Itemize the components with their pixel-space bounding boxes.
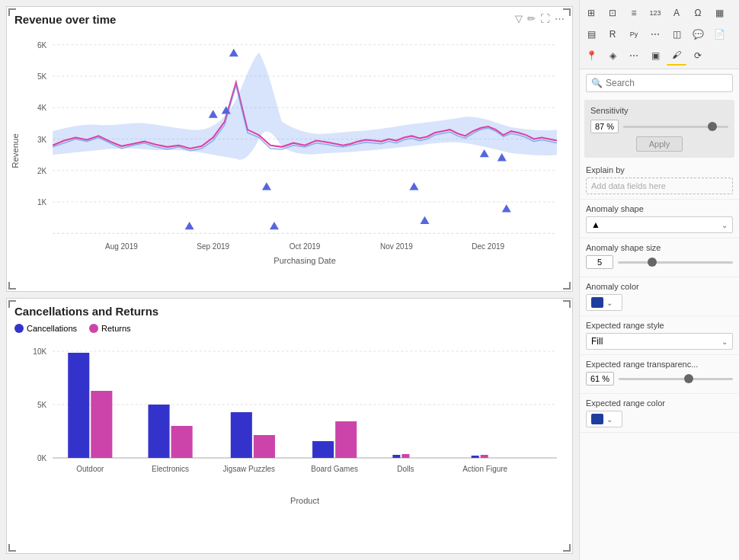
svg-text:Revenue: Revenue xyxy=(11,133,20,168)
svg-text:6K: 6K xyxy=(37,41,46,50)
tb-icon-123[interactable]: 123 xyxy=(645,3,665,23)
svg-marker-27 xyxy=(185,222,194,229)
expected-range-trans-value: 61 % xyxy=(586,372,614,386)
expected-range-trans-section: Expected range transparenc... 61 % xyxy=(580,355,739,394)
expected-range-style-dropdown[interactable]: Fill ⌄ xyxy=(586,333,733,350)
tb-icon-py[interactable]: Py xyxy=(624,24,644,44)
tb-icon-more2[interactable]: ⋯ xyxy=(624,46,644,66)
svg-marker-21 xyxy=(209,110,218,117)
anomaly-color-label: Anomaly color xyxy=(586,282,733,291)
line-chart-toolbar: ▽ ✏ ⛶ ⋯ xyxy=(515,13,565,24)
bar-corner-bl xyxy=(8,544,16,552)
explain-by-field[interactable]: Add data fields here xyxy=(586,178,733,194)
svg-text:10K: 10K xyxy=(33,347,46,356)
tb-icon-diamond[interactable]: ◈ xyxy=(603,46,622,66)
tb-icon-table[interactable]: ⊡ xyxy=(603,3,622,23)
tb-icon-paint[interactable]: 🖌 xyxy=(667,46,686,66)
expected-range-style-chevron: ⌄ xyxy=(721,338,728,346)
tb-icon-speech[interactable]: 💬 xyxy=(688,24,708,44)
svg-rect-54 xyxy=(481,455,488,458)
search-box[interactable]: 🔍 xyxy=(586,74,733,92)
edit-icon[interactable]: ✏ xyxy=(527,13,536,24)
tb-icon-grid[interactable]: ⊞ xyxy=(581,3,601,23)
explain-by-section: Explain by Add data fields here xyxy=(580,161,739,200)
svg-rect-39 xyxy=(91,391,112,458)
svg-text:0K: 0K xyxy=(37,454,47,462)
svg-text:1K: 1K xyxy=(37,198,46,206)
tb-icon-lines[interactable]: ▤ xyxy=(581,24,601,44)
svg-text:Jigsaw Puzzles: Jigsaw Puzzles xyxy=(223,465,275,473)
svg-rect-45 xyxy=(254,435,275,458)
left-panel: Revenue over time ▽ ✏ ⛶ ⋯ 6K 5K 4K 3K 2K… xyxy=(0,0,579,560)
line-chart-svg: 6K 5K 4K 3K 2K 1K Revenue Aug 2019 Sep 2… xyxy=(7,29,572,273)
svg-text:Action Figure: Action Figure xyxy=(462,465,507,473)
filter-icon[interactable]: ▽ xyxy=(515,13,523,24)
tb-icon-R[interactable]: R xyxy=(603,24,622,44)
legend-returns: Returns xyxy=(89,324,131,333)
svg-text:4K: 4K xyxy=(37,104,46,112)
right-panel: ⊞ ⊡ ≡ 123 A Ω ▦ ▤ R Py ⋯ ◫ 💬 📄 📍 ◈ ⋯ ▣ 🖌… xyxy=(579,0,739,560)
anomaly-shape-chevron: ⌄ xyxy=(721,221,728,229)
corner-br xyxy=(563,282,571,290)
svg-text:Oct 2019: Oct 2019 xyxy=(290,242,321,251)
svg-text:Electronics: Electronics xyxy=(152,465,189,473)
bar-corner-tr xyxy=(563,300,571,308)
sensitivity-slider[interactable] xyxy=(623,126,728,128)
tb-icon-pin[interactable]: 📍 xyxy=(581,46,601,66)
expected-range-trans-slider[interactable] xyxy=(619,378,733,380)
svg-text:Outdoor: Outdoor xyxy=(76,465,104,473)
anomaly-size-slider[interactable] xyxy=(618,261,733,264)
svg-text:Board Games: Board Games xyxy=(311,465,358,473)
legend-label-cancellations: Cancellations xyxy=(27,324,77,333)
expected-range-style-label: Expected range style xyxy=(586,321,733,330)
expand-icon[interactable]: ⛶ xyxy=(540,13,550,24)
anomaly-shape-section: Anomaly shape ▲ ⌄ xyxy=(580,200,739,238)
corner-tl xyxy=(8,8,16,16)
svg-text:Aug 2019: Aug 2019 xyxy=(105,242,138,251)
legend-dot-returns xyxy=(89,324,98,333)
explain-by-label: Explain by xyxy=(586,165,733,174)
tb-icon-dotgrid[interactable]: ▦ xyxy=(709,3,729,23)
tb-icon-list[interactable]: ≡ xyxy=(624,3,644,23)
svg-marker-30 xyxy=(502,204,511,212)
svg-rect-41 xyxy=(149,405,170,458)
svg-rect-53 xyxy=(472,456,479,458)
anomaly-color-swatch[interactable]: ⌄ xyxy=(586,294,622,311)
anomaly-shape-value: ▲ xyxy=(591,219,600,230)
anomaly-size-label: Anomaly shape size xyxy=(586,243,733,252)
svg-text:Purchasing Date: Purchasing Date xyxy=(274,255,336,264)
sensitivity-value: 87 % xyxy=(590,120,619,133)
svg-marker-26 xyxy=(497,153,507,161)
tb-icon-analytics[interactable]: ⟳ xyxy=(688,46,708,66)
svg-rect-42 xyxy=(171,426,193,458)
expected-range-style-value: Fill xyxy=(591,336,603,347)
tb-icon-more1[interactable]: ⋯ xyxy=(645,24,665,44)
tb-icon-omega[interactable]: Ω xyxy=(688,3,708,23)
tb-icon-doc[interactable]: 📄 xyxy=(709,24,729,44)
tb-icon-rect[interactable]: ◫ xyxy=(667,24,686,44)
bar-chart-title: Cancellations and Returns xyxy=(7,299,572,321)
corner-bl xyxy=(8,282,16,290)
bar-chart-svg: 10K 5K 0K Product Outdoor Electronics Ji… xyxy=(7,336,572,511)
svg-text:5K: 5K xyxy=(37,401,47,409)
legend-dot-cancellations xyxy=(14,324,24,333)
tb-icon-table2[interactable]: ▣ xyxy=(645,46,665,66)
svg-marker-24 xyxy=(409,182,418,190)
anomaly-color-section: Anomaly color ⌄ xyxy=(580,277,739,316)
svg-marker-20 xyxy=(229,49,238,56)
anomaly-shape-dropdown[interactable]: ▲ ⌄ xyxy=(586,216,733,233)
expected-range-color-label: Expected range color xyxy=(586,398,733,408)
legend-cancellations: Cancellations xyxy=(14,324,77,333)
bar-chart-legend: Cancellations Returns xyxy=(7,321,572,336)
svg-text:Sep 2019: Sep 2019 xyxy=(197,242,229,251)
apply-button[interactable]: Apply xyxy=(636,136,683,152)
anomaly-size-slider-row: 5 xyxy=(586,255,733,269)
expected-range-color-swatch[interactable]: ⌄ xyxy=(586,411,622,427)
svg-marker-23 xyxy=(262,182,271,190)
svg-text:Dec 2019: Dec 2019 xyxy=(472,242,504,251)
search-input[interactable] xyxy=(606,78,728,88)
tb-icon-text[interactable]: A xyxy=(667,3,686,23)
search-icon: 🔍 xyxy=(591,78,603,88)
svg-text:5K: 5K xyxy=(37,72,46,81)
more-icon[interactable]: ⋯ xyxy=(555,13,565,24)
